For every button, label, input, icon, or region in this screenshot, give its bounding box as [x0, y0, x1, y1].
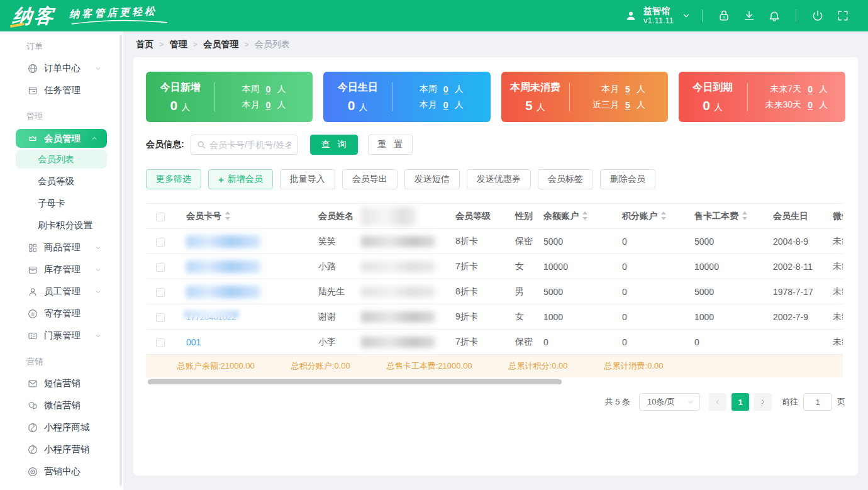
summary-item: 总售卡工本费:21000.00 — [387, 360, 472, 372]
sidebar-section-label: 数据 — [0, 482, 123, 490]
member-card-no-link[interactable]: 17720401022 — [186, 313, 236, 322]
stat-card-count: 5人 — [501, 98, 570, 113]
row-checkbox[interactable] — [156, 238, 165, 247]
member-level-cell: 8折卡 — [449, 279, 509, 304]
breadcrumb-manage[interactable]: 管理 — [170, 39, 187, 50]
sidebar-subitem-会员列表[interactable]: 会员列表 — [16, 150, 107, 169]
sidebar-item-寄存管理[interactable]: 寄寄存管理 — [0, 303, 123, 325]
member-level-cell: 7折卡 — [449, 254, 509, 279]
row-checkbox[interactable] — [156, 338, 165, 347]
sidebar-subitem-刷卡积分设置[interactable]: 刷卡积分设置 — [0, 214, 123, 237]
stat-card-details: 未来7天0人未来30天0人 — [748, 84, 846, 111]
card-fee-cell: 5000 — [688, 229, 767, 254]
stat-detail-value-link[interactable]: 0 — [443, 84, 448, 94]
sidebar-item-短信营销[interactable]: 短信营销 — [0, 372, 123, 394]
sidebar-item-小程序营销[interactable]: 小程序营销 — [0, 438, 123, 460]
column-header-余额账户: 余额账户 — [537, 204, 616, 229]
member-card-no-link[interactable]: 001 — [186, 337, 201, 347]
sidebar-item-会员管理[interactable]: 会员管理 — [16, 129, 107, 148]
sidebar-item-小程序商城[interactable]: 小程序商城 — [0, 416, 123, 438]
action-button-删除会员[interactable]: 删除会员 — [600, 169, 655, 189]
row-checkbox[interactable] — [156, 313, 165, 322]
sidebar-item-库存管理[interactable]: 库存管理 — [0, 259, 123, 281]
stat-card-main: 今日生日0人 — [323, 81, 392, 113]
sidebar-item-商品管理[interactable]: 商品管理 — [0, 237, 123, 259]
gender-cell: 男 — [509, 279, 537, 304]
stat-detail-label: 本月 — [420, 99, 437, 111]
page-size-select[interactable]: 10条/页 — [639, 393, 700, 411]
sidebar-item-label: 员工管理 — [44, 286, 81, 298]
sort-icon[interactable] — [742, 212, 748, 222]
summary-item: 总累计消费:0.00 — [604, 360, 664, 372]
lock-icon[interactable] — [717, 9, 731, 23]
stat-card-count: 0人 — [679, 98, 747, 113]
sidebar-subitem-会员等级[interactable]: 会员等级 — [0, 170, 123, 192]
stat-detail-label: 近三月 — [593, 99, 619, 111]
stat-detail-value-link[interactable]: 0 — [266, 100, 271, 110]
stat-detail-unit: 人 — [637, 99, 645, 111]
sidebar-item-label: 会员管理 — [44, 133, 81, 145]
action-button-发送优惠券[interactable]: 发送优惠券 — [467, 169, 531, 189]
breadcrumb-home[interactable]: 首页 — [136, 39, 153, 50]
sort-icon[interactable] — [225, 212, 231, 222]
column-header-会员生日: 会员生日 — [767, 204, 826, 229]
action-button-会员导出[interactable]: 会员导出 — [342, 169, 398, 189]
next-page-button[interactable] — [754, 393, 772, 411]
action-button-批量导入[interactable]: 批量导入 — [280, 169, 335, 189]
column-header-会员等级: 会员等级 — [449, 204, 509, 229]
fullscreen-icon[interactable] — [836, 9, 850, 23]
download-icon[interactable] — [742, 9, 756, 23]
sort-icon[interactable] — [582, 212, 588, 222]
chevron-down-icon — [94, 244, 102, 252]
breadcrumb-member-manage[interactable]: 会员管理 — [203, 39, 238, 50]
row-checkbox[interactable] — [156, 288, 165, 297]
stat-card-count: 0人 — [323, 98, 392, 113]
action-button-会员标签[interactable]: 会员标签 — [538, 169, 593, 189]
action-button-发送短信[interactable]: 发送短信 — [404, 169, 460, 189]
sidebar-section-label: 管理 — [0, 101, 123, 127]
sidebar-item-任务管理[interactable]: 任务管理 — [0, 79, 123, 101]
sidebar-item-营销中心[interactable]: 营销中心 — [0, 460, 123, 482]
horizontal-scrollbar-thumb[interactable] — [148, 379, 562, 384]
user-account-menu[interactable]: 益智馆 v1.11.11 — [624, 6, 693, 25]
chevron-left-icon — [714, 398, 721, 406]
stat-card-title: 今日新增 — [146, 81, 214, 94]
gender-cell: 保密 — [509, 229, 537, 254]
member-phone-cell — [355, 229, 449, 254]
previous-page-button[interactable] — [709, 393, 726, 411]
stat-detail-unit: 人 — [637, 84, 645, 95]
action-button-新增会员[interactable]: +新增会员 — [208, 169, 273, 189]
stat-card-details: 本月5人近三月5人 — [570, 84, 668, 111]
power-logout-icon[interactable] — [811, 9, 825, 23]
table-row: 17720401022谢谢9折卡女1000010002002-7-9未绑定 — [146, 304, 843, 330]
query-button[interactable]: 查 询 — [310, 135, 358, 155]
sidebar-item-员工管理[interactable]: 员工管理 — [0, 281, 123, 303]
stat-detail-value-link[interactable]: 0 — [808, 100, 813, 110]
sidebar-item-订单中心[interactable]: 订单中心 — [0, 57, 123, 79]
goto-page-input[interactable] — [803, 393, 832, 411]
action-button-更多筛选[interactable]: 更多筛选 — [146, 169, 201, 189]
search-icon — [197, 140, 206, 149]
sidebar-subitem-子母卡[interactable]: 子母卡 — [0, 192, 123, 214]
birthday-cell: 2002-7-9 — [767, 304, 826, 330]
stat-detail-value-link[interactable]: 5 — [625, 100, 630, 110]
sidebar-item-门票管理[interactable]: 门票管理 — [0, 325, 123, 347]
stat-detail-value-link[interactable]: 0 — [266, 84, 271, 94]
select-all-checkbox[interactable] — [156, 213, 165, 221]
stat-detail-value-link[interactable]: 0 — [443, 100, 448, 110]
member-name-cell: 小路 — [312, 254, 355, 279]
current-page-button[interactable]: 1 — [732, 393, 749, 411]
notification-bell-icon[interactable] — [767, 9, 781, 23]
breadcrumb: 首页 > 管理 > 会员管理 > 会员列表 — [123, 31, 868, 57]
sidebar-item-微信营销[interactable]: 微信营销 — [0, 394, 123, 416]
reset-button[interactable]: 重 置 — [368, 135, 413, 155]
member-name-cell: 笑笑 — [312, 229, 355, 254]
ticket-icon — [27, 330, 38, 342]
stat-detail-label: 本月 — [601, 84, 619, 95]
search-input[interactable] — [209, 140, 291, 150]
row-checkbox[interactable] — [156, 263, 165, 272]
stat-count-unit: 人 — [359, 102, 367, 112]
sort-icon[interactable] — [660, 212, 667, 222]
stat-detail-value-link[interactable]: 5 — [625, 84, 630, 94]
stat-detail-value-link[interactable]: 0 — [808, 84, 813, 94]
